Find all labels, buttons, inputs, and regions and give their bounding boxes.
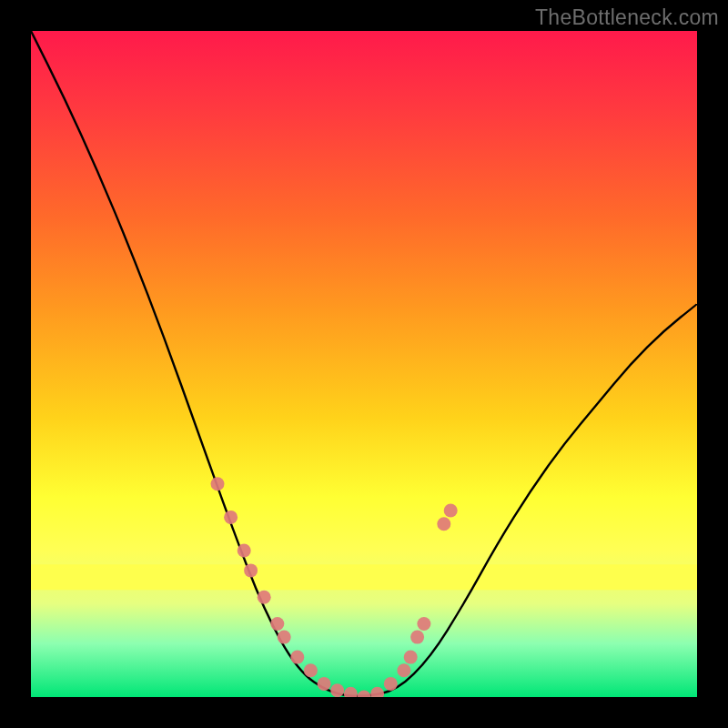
data-marker xyxy=(238,544,251,558)
data-marker xyxy=(444,504,458,518)
data-marker xyxy=(270,617,284,631)
plot-area xyxy=(31,31,697,697)
data-marker xyxy=(437,517,450,531)
bottleneck-svg xyxy=(31,31,697,697)
data-marker xyxy=(290,651,304,664)
svg-rect-0 xyxy=(31,564,697,590)
data-marker xyxy=(410,631,424,644)
data-marker xyxy=(244,563,258,577)
data-marker xyxy=(330,683,344,697)
accent-strip xyxy=(31,564,697,590)
chart-frame: TheBottleneck.com xyxy=(0,0,728,728)
data-marker xyxy=(397,663,410,677)
data-marker xyxy=(318,677,331,691)
data-marker xyxy=(358,691,371,698)
data-marker xyxy=(384,677,398,691)
data-marker xyxy=(211,477,225,490)
data-marker xyxy=(304,663,318,677)
data-marker xyxy=(370,687,384,697)
bottleneck-curve-path xyxy=(31,31,697,696)
data-marker xyxy=(258,591,271,604)
watermark-text: TheBottleneck.com xyxy=(535,5,719,30)
data-marker xyxy=(417,617,430,631)
data-marker xyxy=(224,511,238,524)
data-marker xyxy=(344,687,358,697)
data-marker xyxy=(404,651,418,664)
data-marker xyxy=(278,631,291,644)
